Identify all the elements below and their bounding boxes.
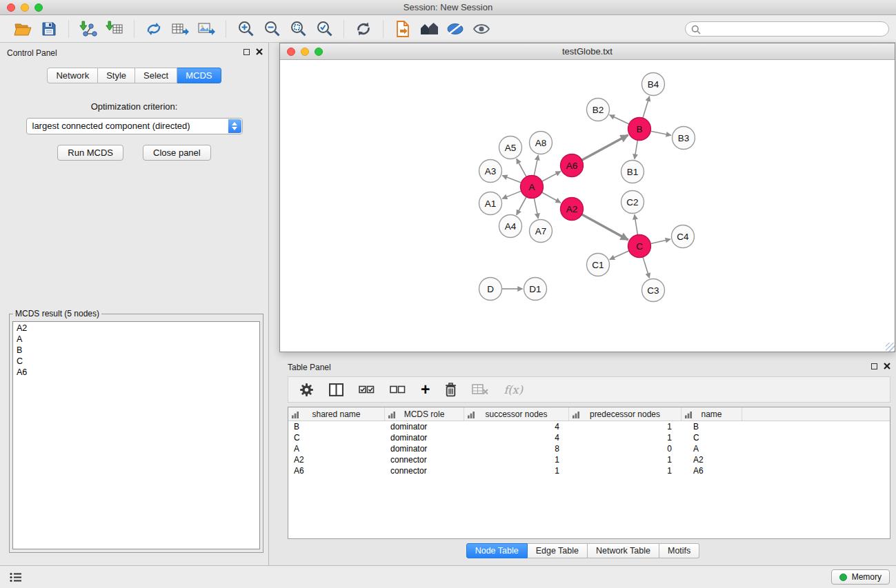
network-canvas[interactable]: B4B2BB3A5A8A6A3B1AC2A1A2A4A7C4CC1DD1C3 xyxy=(280,61,895,352)
network-window-titlebar[interactable]: testGlobe.txt xyxy=(280,43,895,60)
table-cell[interactable]: A6 xyxy=(681,465,742,476)
tab-style[interactable]: Style xyxy=(98,68,135,83)
maximize-network-icon[interactable] xyxy=(315,48,323,56)
optimization-criterion-dropdown[interactable]: largest connected component (directed) xyxy=(26,118,243,134)
table-cell[interactable]: 4 xyxy=(464,432,569,443)
table-cell[interactable]: A2 xyxy=(288,454,385,465)
column-header[interactable]: shared name xyxy=(288,407,385,420)
import-network-button[interactable] xyxy=(75,18,101,40)
table-row[interactable]: A2connector11A2 xyxy=(288,454,890,465)
tab-network-table[interactable]: Network Table xyxy=(588,543,659,558)
column-header[interactable]: successor nodes xyxy=(464,407,569,420)
column-header[interactable]: MCDS role xyxy=(385,407,464,420)
zoom-out-button[interactable] xyxy=(259,18,285,40)
graph-node-A1[interactable]: A1 xyxy=(479,192,502,215)
graph-node-B1[interactable]: B1 xyxy=(621,161,644,183)
close-panel-icon[interactable] xyxy=(256,48,263,55)
table-cell[interactable]: A xyxy=(288,443,385,454)
float-panel-icon[interactable] xyxy=(243,49,250,55)
table-cell[interactable]: connector xyxy=(385,465,464,476)
graph-node-D[interactable]: D xyxy=(479,278,502,301)
network-window-controls[interactable] xyxy=(287,48,323,56)
open-file-button[interactable] xyxy=(10,18,36,40)
table-cell[interactable]: A xyxy=(681,443,742,454)
table-cell[interactable]: connector xyxy=(385,454,464,465)
save-session-button[interactable] xyxy=(36,18,62,40)
graph-node-C[interactable]: C xyxy=(628,235,651,258)
graph-node-A5[interactable]: A5 xyxy=(499,136,522,159)
minimize-window-icon[interactable] xyxy=(21,3,29,12)
graph-node-A8[interactable]: A8 xyxy=(530,132,552,154)
tab-mcds[interactable]: MCDS xyxy=(177,68,221,83)
table-cell[interactable]: 1 xyxy=(569,421,681,432)
tab-network[interactable]: Network xyxy=(47,68,98,83)
table-cell[interactable]: dominator xyxy=(385,432,464,443)
graph-node-C1[interactable]: C1 xyxy=(587,254,610,276)
column-header[interactable]: predecessor nodes xyxy=(569,407,681,420)
run-mcds-button[interactable]: Run MCDS xyxy=(57,145,123,161)
tab-node-table[interactable]: Node Table xyxy=(466,543,528,558)
network-overview-button[interactable] xyxy=(416,18,442,40)
table-row[interactable]: Adominator80A xyxy=(288,443,890,454)
graph-node-B[interactable]: B xyxy=(628,118,651,141)
close-window-icon[interactable] xyxy=(7,3,15,12)
graph-edge[interactable] xyxy=(610,251,629,260)
table-cell[interactable]: A6 xyxy=(288,465,385,476)
mcds-result-item[interactable]: B xyxy=(13,345,259,356)
table-row[interactable]: Bdominator41B xyxy=(288,421,890,432)
graph-node-A3[interactable]: A3 xyxy=(479,160,502,183)
graph-edge[interactable] xyxy=(650,239,670,243)
graph-node-C3[interactable]: C3 xyxy=(642,279,665,302)
graph-edge[interactable] xyxy=(502,176,521,183)
graph-node-C2[interactable]: C2 xyxy=(621,191,644,214)
refresh-button[interactable] xyxy=(350,18,377,40)
table-cell[interactable]: 1 xyxy=(464,454,569,465)
show-graphics-button[interactable] xyxy=(468,18,495,40)
window-resize-grip[interactable] xyxy=(886,343,895,352)
graph-node-A[interactable]: A xyxy=(521,176,544,199)
graph-edge[interactable] xyxy=(517,159,526,176)
table-cell[interactable]: A2 xyxy=(681,454,742,465)
task-history-button[interactable] xyxy=(6,569,26,585)
search-field[interactable] xyxy=(685,21,889,37)
graph-edge[interactable] xyxy=(534,198,538,219)
graph-edge[interactable] xyxy=(541,192,560,203)
float-table-panel-icon[interactable] xyxy=(871,363,877,369)
graph-edge[interactable] xyxy=(650,131,671,135)
graph-node-C4[interactable]: C4 xyxy=(672,225,695,248)
table-settings-button[interactable] xyxy=(299,383,314,397)
graph-node-B4[interactable]: B4 xyxy=(642,73,665,96)
export-image-button[interactable] xyxy=(193,18,219,40)
export-network-button[interactable] xyxy=(141,18,167,40)
table-cell[interactable]: dominator xyxy=(385,443,464,454)
graph-node-D1[interactable]: D1 xyxy=(524,278,547,301)
select-all-columns-button[interactable] xyxy=(359,385,375,394)
table-row[interactable]: A6connector11A6 xyxy=(288,465,890,476)
table-cell[interactable]: 4 xyxy=(464,421,569,432)
table-cell[interactable]: 8 xyxy=(464,443,569,454)
mcds-result-list[interactable]: A2ABCA6 xyxy=(12,321,260,549)
graph-edge[interactable] xyxy=(581,214,628,240)
graph-node-A4[interactable]: A4 xyxy=(499,215,522,238)
zoom-selected-button[interactable] xyxy=(311,18,337,40)
graph-edge[interactable] xyxy=(643,257,650,278)
create-column-button[interactable]: + xyxy=(421,383,430,396)
maximize-window-icon[interactable] xyxy=(34,3,43,12)
table-cell[interactable]: 1 xyxy=(569,454,681,465)
close-panel-button[interactable]: Close panel xyxy=(143,145,211,161)
graph-edge[interactable] xyxy=(635,214,638,234)
table-cell[interactable]: dominator xyxy=(385,421,464,432)
mcds-result-item[interactable]: A6 xyxy=(13,367,259,378)
tab-motifs[interactable]: Motifs xyxy=(659,543,699,558)
memory-button[interactable]: Memory xyxy=(831,569,890,585)
table-cell[interactable]: C xyxy=(288,432,385,443)
graph-node-B2[interactable]: B2 xyxy=(587,99,610,121)
table-row[interactable]: Cdominator41C xyxy=(288,432,890,443)
graph-node-A7[interactable]: A7 xyxy=(530,220,552,243)
table-cell[interactable]: B xyxy=(288,421,385,432)
mcds-result-item[interactable]: C xyxy=(13,356,259,367)
mcds-result-item[interactable]: A xyxy=(13,334,259,345)
table-cell[interactable]: B xyxy=(681,421,742,432)
graph-edge[interactable] xyxy=(502,191,521,199)
column-header[interactable]: name xyxy=(681,407,742,420)
